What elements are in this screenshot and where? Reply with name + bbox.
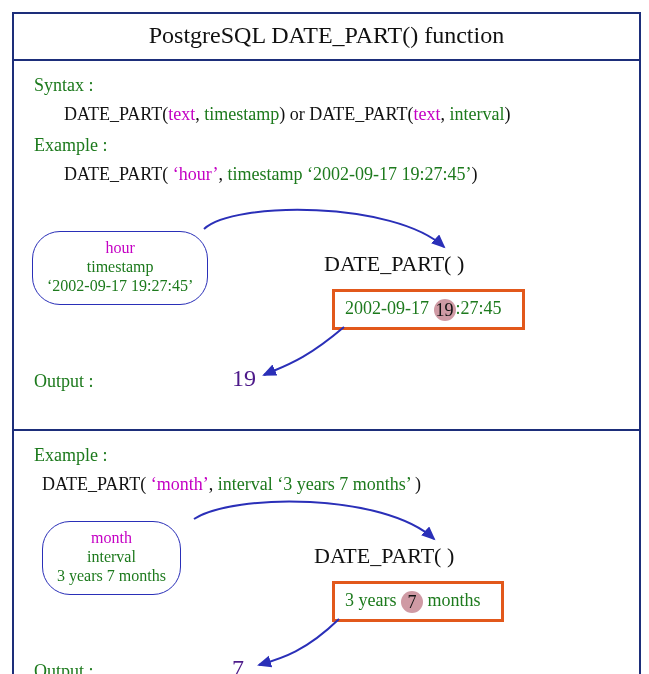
arg-interval: interval xyxy=(450,104,505,124)
example-1: Syntax : DATE_PART(text, timestamp) or D… xyxy=(14,61,639,429)
example-call: DATE_PART( ‘hour’, timestamp ‘2002-09-17… xyxy=(64,164,619,185)
output-value: 7 xyxy=(232,655,244,674)
diagram-frame: PostgreSQL DATE_PART() function Syntax :… xyxy=(12,12,641,674)
input-bubble: hour timestamp ‘2002-09-17 19:27:45’ xyxy=(32,231,208,305)
highlighted-value: 7 xyxy=(401,591,423,613)
arg-timestamp: timestamp xyxy=(204,104,279,124)
example-2: Example : DATE_PART( ‘month’, interval ‘… xyxy=(14,429,639,674)
highlight-box: 2002-09-17 19:27:45 xyxy=(332,289,525,330)
bubble-type: timestamp xyxy=(47,257,193,276)
syntax-line: DATE_PART(text, timestamp) or DATE_PART(… xyxy=(64,104,619,125)
datepart-call: DATE_PART( ) xyxy=(324,251,464,277)
bubble-value: 3 years 7 months xyxy=(57,566,166,585)
highlight-box: 3 years 7 months xyxy=(332,581,504,622)
output-label: Output : xyxy=(34,661,94,674)
example-call: DATE_PART( ‘month’, interval ‘3 years 7 … xyxy=(42,474,619,495)
bubble-field: hour xyxy=(47,238,193,257)
highlighted-value: 19 xyxy=(434,299,456,321)
output-value: 19 xyxy=(232,365,256,392)
bubble-value: ‘2002-09-17 19:27:45’ xyxy=(47,276,193,295)
example-label: Example : xyxy=(34,135,619,156)
syntax-label: Syntax : xyxy=(34,75,619,96)
bubble-type: interval xyxy=(57,547,166,566)
arg-text: text xyxy=(168,104,195,124)
bubble-field: month xyxy=(57,528,166,547)
output-label: Output : xyxy=(34,371,94,392)
input-bubble: month interval 3 years 7 months xyxy=(42,521,181,595)
datepart-call: DATE_PART( ) xyxy=(314,543,454,569)
example-label: Example : xyxy=(34,445,619,466)
page-title: PostgreSQL DATE_PART() function xyxy=(14,14,639,61)
fn-name: DATE_PART( xyxy=(64,104,168,124)
